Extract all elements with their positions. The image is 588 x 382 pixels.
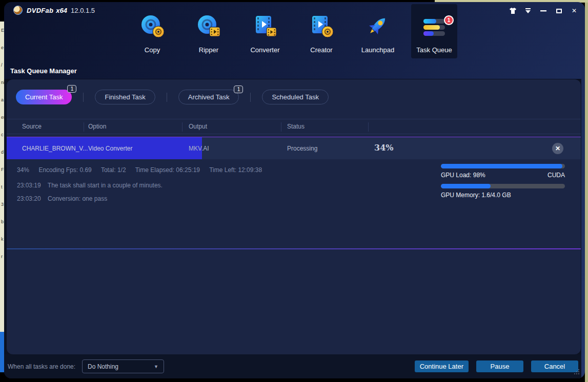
log-text: Conversion: one pass	[48, 195, 107, 202]
nav-item-task-queue[interactable]: 1 Task Queue	[411, 4, 457, 58]
tab-scheduled-task[interactable]: Scheduled Task	[262, 90, 329, 104]
log-time: 23:03:19	[17, 182, 41, 189]
task-tabs: Current Task 1 Finished Task Archived Ta…	[16, 90, 329, 104]
tab-finished-task[interactable]: Finished Task	[95, 90, 155, 104]
tab-current-task[interactable]: Current Task 1	[16, 90, 72, 104]
film-creator-icon	[308, 13, 335, 40]
tab-current-task-badge: 1	[67, 85, 76, 93]
column-status: Status	[287, 123, 305, 130]
column-option: Option	[88, 123, 106, 130]
rocket-icon	[364, 13, 391, 40]
skin-icon[interactable]	[509, 7, 516, 14]
nav-item-launchpad[interactable]: Launchpad	[355, 4, 401, 58]
nav-label-launchpad: Launchpad	[361, 46, 394, 54]
app-arch: x64	[56, 7, 67, 14]
stat-time-left: Time Left: 12:09:38	[209, 166, 262, 174]
app-name: DVDFab	[27, 7, 53, 14]
continue-later-button[interactable]: Continue Later	[415, 360, 469, 372]
disc-copy-icon	[139, 13, 166, 40]
close-icon[interactable]: ✕	[571, 7, 578, 14]
dvdfab-window: DVDFabx6412.0.1.5 ✕ Copy	[4, 2, 585, 378]
when-done-label: When all tasks are done:	[8, 363, 75, 370]
film-converter-icon	[252, 13, 278, 40]
nav-label-creator: Creator	[310, 46, 332, 54]
tab-separator	[250, 93, 251, 102]
nav-item-creator[interactable]: Creator	[298, 4, 344, 58]
cancel-button[interactable]: Cancel	[531, 360, 578, 372]
cell-source: CHARLIE_BROWN_V...	[22, 145, 88, 152]
resize-grip[interactable]	[574, 368, 580, 377]
pause-button[interactable]: Pause	[476, 360, 523, 372]
background-right-sliver	[585, 0, 588, 382]
row-close-button[interactable]: ✕	[552, 143, 563, 154]
log-time: 23:03:20	[17, 195, 41, 202]
queue-bars-icon	[421, 13, 448, 40]
nav-label-task-queue: Task Queue	[416, 46, 452, 54]
tab-archived-task-badge: 1	[234, 86, 243, 93]
tab-scheduled-task-label: Scheduled Task	[272, 93, 319, 101]
bottom-bar: When all tasks are done: Do Nothing ▼ Co…	[4, 354, 581, 378]
table-header: Source Option Output Status	[7, 119, 581, 134]
cell-progress-percent: 34%	[374, 143, 393, 153]
dropdown-value: Do Nothing	[88, 363, 118, 370]
task-stats-line: 34% Encoding Fps: 0.69 Total: 1/2 Time E…	[17, 166, 270, 174]
column-output: Output	[189, 123, 207, 130]
log-line: 23:03:20 Conversion: one pass	[17, 195, 107, 202]
stat-total: Total: 1/2	[101, 166, 126, 174]
gpu-load-fill	[441, 164, 562, 168]
when-done-dropdown[interactable]: Do Nothing ▼	[82, 359, 164, 373]
stat-percent: 34%	[17, 166, 29, 174]
app-version: 12.0.1.5	[71, 7, 95, 14]
maximize-icon[interactable]	[555, 7, 562, 14]
cell-status: Processing	[287, 145, 317, 152]
gpu-load-label: GPU Load: 98%	[441, 172, 485, 179]
tab-archived-task[interactable]: Archived Task 1	[178, 90, 239, 104]
collapse-menu-icon[interactable]	[524, 7, 532, 14]
stat-time-elapsed: Time Elapsed: 06:25:19	[135, 166, 200, 174]
nav-item-copy[interactable]: Copy	[129, 4, 175, 58]
app-title: DVDFabx6412.0.1.5	[27, 7, 95, 14]
task-queue-badge: 1	[444, 15, 454, 25]
tab-archived-task-label: Archived Task	[188, 93, 230, 101]
tab-separator	[83, 93, 84, 102]
nav-item-converter[interactable]: Converter	[242, 4, 288, 58]
gpu-api-label: CUDA	[548, 172, 565, 179]
gpu-memory-bar	[441, 184, 565, 188]
page-title: Task Queue Manager	[10, 67, 77, 75]
cell-option: Video Converter	[88, 145, 133, 152]
stat-encoding-fps: Encoding Fps: 0.69	[38, 166, 91, 174]
disc-ripper-icon	[195, 13, 222, 40]
app-logo-icon	[13, 6, 23, 15]
window-controls: ✕	[509, 7, 578, 14]
minimize-icon[interactable]	[540, 7, 547, 14]
table-row[interactable]: CHARLIE_BROWN_V... Video Converter MKV.A…	[7, 137, 581, 159]
nav-label-copy: Copy	[145, 46, 160, 54]
gpu-memory-label: GPU Memory: 1.6/4.0 GB	[441, 192, 511, 199]
nav-label-ripper: Ripper	[199, 46, 218, 54]
tab-finished-task-label: Finished Task	[105, 93, 145, 101]
section-divider	[7, 248, 581, 249]
log-text: The task shall start in a couple of minu…	[48, 182, 163, 189]
tab-separator	[167, 93, 167, 102]
task-queue-panel: Current Task 1 Finished Task Archived Ta…	[7, 79, 581, 354]
nav-item-ripper[interactable]: Ripper	[186, 4, 232, 58]
column-source: Source	[22, 123, 42, 130]
tab-current-task-label: Current Task	[25, 93, 63, 101]
log-line: 23:03:19 The task shall start in a coupl…	[17, 182, 163, 189]
cell-output: MKV.AI	[189, 145, 209, 152]
gpu-stats: GPU Load: 98% CUDA GPU Memory: 1.6/4.0 G…	[441, 164, 565, 204]
main-nav: Copy Ripper	[129, 4, 457, 58]
nav-label-converter: Converter	[250, 46, 279, 54]
gpu-memory-fill	[441, 184, 491, 188]
chevron-down-icon: ▼	[154, 364, 158, 369]
gpu-load-bar	[441, 164, 565, 168]
